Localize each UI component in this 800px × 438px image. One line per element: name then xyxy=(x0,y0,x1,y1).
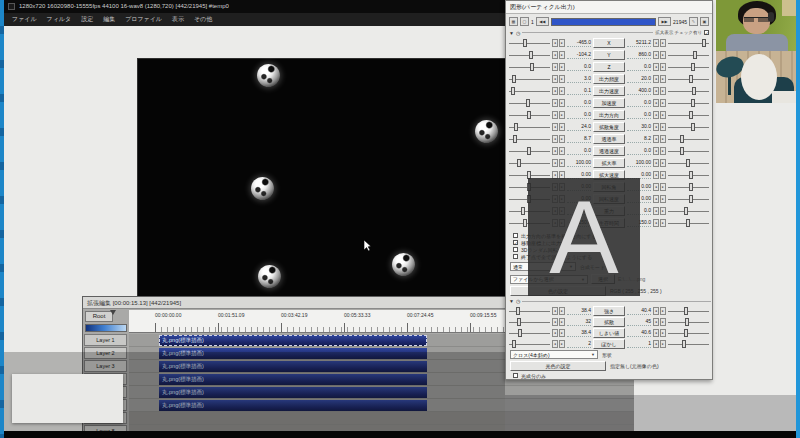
param-left-spinner[interactable]: ◂▸ xyxy=(552,51,565,59)
param-right-slider[interactable] xyxy=(668,50,709,60)
param-left-spinner[interactable]: ◂▸ xyxy=(552,63,565,71)
spin-up-icon[interactable]: ▸ xyxy=(559,147,565,155)
checkbox[interactable] xyxy=(513,247,518,252)
spin-down-icon[interactable]: ◂ xyxy=(653,329,659,337)
param-left-slider[interactable] xyxy=(509,146,550,156)
param-right-slider[interactable] xyxy=(668,194,709,204)
param-left-slider[interactable] xyxy=(509,86,550,96)
more-icon[interactable]: ▣ xyxy=(700,17,709,26)
spin-down-icon[interactable]: ◂ xyxy=(552,147,558,155)
param-left-value[interactable]: 3.0 xyxy=(567,75,591,83)
param-right-value[interactable]: 0.0 xyxy=(627,63,651,71)
param-left-value[interactable]: 100.00 xyxy=(567,159,591,167)
settings-titlebar[interactable]: 図形(パーティクル出力) xyxy=(506,1,712,14)
header-note-checkbox[interactable]: ✓ xyxy=(704,30,709,35)
timeline-zoom-bar[interactable] xyxy=(85,324,127,332)
param-right-spinner[interactable]: ◂▸ xyxy=(653,111,666,119)
param-right-value[interactable]: 100.00 xyxy=(627,159,651,167)
root-button[interactable]: Root xyxy=(85,311,113,322)
spin-down-icon[interactable]: ◂ xyxy=(653,219,659,227)
spin-down-icon[interactable]: ◂ xyxy=(653,307,659,315)
param-right-value[interactable]: 860.0 xyxy=(627,51,651,59)
param-name-button[interactable]: ぼかし xyxy=(593,339,625,349)
param-right-slider[interactable] xyxy=(668,38,709,48)
glow-color-button[interactable]: 光色の設定 xyxy=(510,361,606,371)
param-name-button[interactable]: 出力方向 xyxy=(593,110,625,120)
param-name-button[interactable]: 拡散 xyxy=(593,317,625,327)
param-left-spinner[interactable]: ◂▸ xyxy=(552,99,565,107)
param-left-value[interactable]: -465.0 xyxy=(567,39,591,47)
param-right-spinner[interactable]: ◂▸ xyxy=(653,307,666,315)
param-right-spinner[interactable]: ◂▸ xyxy=(653,63,666,71)
checkbox[interactable] xyxy=(513,254,518,259)
spin-up-icon[interactable]: ▸ xyxy=(559,123,565,131)
spin-up-icon[interactable]: ▸ xyxy=(559,135,565,143)
spin-up-icon[interactable]: ▸ xyxy=(660,159,666,167)
param-right-value[interactable]: 40.6 xyxy=(627,329,651,337)
param-left-value[interactable]: -104.2 xyxy=(567,51,591,59)
video-preview[interactable] xyxy=(137,58,507,297)
param-right-value[interactable]: 30.0 xyxy=(627,123,651,131)
spin-down-icon[interactable]: ◂ xyxy=(552,51,558,59)
spin-up-icon[interactable]: ▸ xyxy=(660,318,666,326)
spin-down-icon[interactable]: ◂ xyxy=(653,159,659,167)
param-left-spinner[interactable]: ◂▸ xyxy=(552,39,565,47)
param-left-value[interactable]: 0.0 xyxy=(567,99,591,107)
param-left-spinner[interactable]: ◂▸ xyxy=(552,87,565,95)
param-left-spinner[interactable]: ◂▸ xyxy=(552,307,565,315)
param-right-slider[interactable] xyxy=(668,158,709,168)
spin-down-icon[interactable]: ◂ xyxy=(552,307,558,315)
spin-up-icon[interactable]: ▸ xyxy=(559,39,565,47)
spin-down-icon[interactable]: ◂ xyxy=(552,87,558,95)
spin-down-icon[interactable]: ◂ xyxy=(552,135,558,143)
seek-prev-button[interactable]: ◀◀ xyxy=(536,17,549,26)
param-right-value[interactable]: 0.0 xyxy=(627,147,651,155)
param-right-slider[interactable] xyxy=(668,98,709,108)
spin-down-icon[interactable]: ◂ xyxy=(653,111,659,119)
timeline-clip[interactable]: 丸.png(標準描画) xyxy=(159,335,427,346)
param-left-slider[interactable] xyxy=(509,328,550,338)
spin-up-icon[interactable]: ▸ xyxy=(559,318,565,326)
clock-icon[interactable]: ◷ xyxy=(516,30,520,36)
spin-up-icon[interactable]: ▸ xyxy=(559,75,565,83)
fold-icon[interactable]: ▼ xyxy=(509,30,514,36)
spin-up-icon[interactable]: ▸ xyxy=(660,195,666,203)
param-right-value[interactable]: 40.4 xyxy=(627,307,651,315)
param-left-value[interactable]: 0.0 xyxy=(567,111,591,119)
spin-up-icon[interactable]: ▸ xyxy=(660,99,666,107)
param-left-spinner[interactable]: ◂▸ xyxy=(552,75,565,83)
spin-up-icon[interactable]: ▸ xyxy=(559,111,565,119)
param-right-spinner[interactable]: ◂▸ xyxy=(653,75,666,83)
spin-up-icon[interactable]: ▸ xyxy=(660,111,666,119)
param-left-spinner[interactable]: ◂▸ xyxy=(552,159,565,167)
menu-item-5[interactable]: 表示 xyxy=(172,15,184,24)
spin-down-icon[interactable]: ◂ xyxy=(552,75,558,83)
spin-up-icon[interactable]: ▸ xyxy=(559,307,565,315)
param-right-spinner[interactable]: ◂▸ xyxy=(653,219,666,227)
param-name-button[interactable]: 加速度 xyxy=(593,98,625,108)
layer-label[interactable]: Layer 1 xyxy=(84,334,127,346)
param-left-slider[interactable] xyxy=(509,62,550,72)
checkbox[interactable]: ✓ xyxy=(513,240,518,245)
param-right-slider[interactable] xyxy=(668,62,709,72)
param-right-value[interactable]: 20.0 xyxy=(627,75,651,83)
param-right-spinner[interactable]: ◂▸ xyxy=(653,171,666,179)
param-right-spinner[interactable]: ◂▸ xyxy=(653,135,666,143)
param-right-spinner[interactable]: ◂▸ xyxy=(653,340,666,348)
param-name-button[interactable]: Y xyxy=(593,50,625,60)
spin-up-icon[interactable]: ▸ xyxy=(559,63,565,71)
menu-item-6[interactable]: その他 xyxy=(194,15,212,24)
param-name-button[interactable]: 出力速度 xyxy=(593,86,625,96)
param-left-spinner[interactable]: ◂▸ xyxy=(552,329,565,337)
seek-progress-bar[interactable] xyxy=(551,18,656,26)
checkbox[interactable] xyxy=(513,233,518,238)
param-left-value[interactable]: 24.0 xyxy=(567,123,591,131)
spin-up-icon[interactable]: ▸ xyxy=(660,219,666,227)
spin-down-icon[interactable]: ◂ xyxy=(552,99,558,107)
spin-down-icon[interactable]: ◂ xyxy=(552,159,558,167)
spin-down-icon[interactable]: ◂ xyxy=(653,171,659,179)
param-left-slider[interactable] xyxy=(509,122,550,132)
spin-down-icon[interactable]: ◂ xyxy=(653,135,659,143)
spin-down-icon[interactable]: ◂ xyxy=(653,63,659,71)
spin-up-icon[interactable]: ▸ xyxy=(660,75,666,83)
